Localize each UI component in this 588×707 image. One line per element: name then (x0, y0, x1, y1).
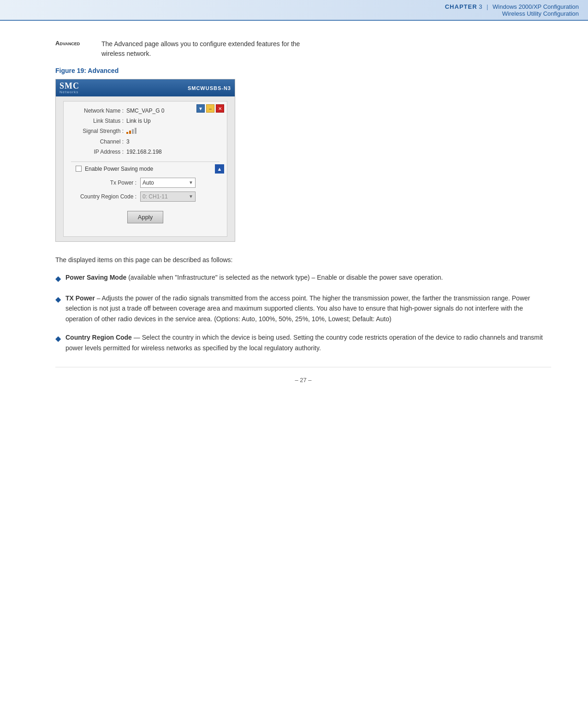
smc-link-status-label: Link Status : (76, 117, 126, 125)
bullet-content-2: TX Power – Adjusts the power of the radi… (65, 293, 551, 324)
smc-country-region-label: Country Region Code : (76, 193, 140, 200)
chapter-heading: Chapter 3 | Windows 2000/XP Configuratio… (445, 3, 579, 10)
chapter-label: Chapter (445, 3, 477, 10)
smc-link-status-value: Link is Up (126, 117, 151, 125)
advanced-label: Advanced (55, 39, 97, 47)
smc-divider (71, 162, 220, 162)
figure-caption: Figure 19: Advanced (55, 67, 551, 74)
smc-country-region-select[interactable]: 0: CH1-11 ▼ (140, 192, 196, 202)
smc-power-saving-checkbox[interactable] (76, 166, 82, 172)
smc-apply-button[interactable]: Apply (127, 211, 164, 223)
smc-tx-power-arrow: ▼ (189, 180, 193, 185)
smc-country-region-value: 0: CH1-11 (143, 193, 168, 200)
bullet-icon-3: ◆ (55, 333, 61, 345)
smc-country-region-row: Country Region Code : 0: CH1-11 ▼ (76, 192, 220, 202)
list-item: ◆ Country Region Code — Select the count… (55, 332, 551, 353)
bullet-content-3: Country Region Code — Select the country… (65, 332, 551, 353)
page-header: Chapter 3 | Windows 2000/XP Configuratio… (0, 0, 588, 21)
smc-channel-value: 3 (126, 138, 130, 146)
smc-minimize-btn[interactable]: – (206, 104, 214, 113)
smc-network-name-value: SMC_VAP_G 0 (126, 107, 164, 115)
smc-signal-strength-label: Signal Strength : (76, 127, 126, 136)
body-text: The displayed items on this page can be … (55, 255, 551, 265)
main-content: Advanced The Advanced page allows you to… (0, 21, 588, 416)
smc-power-saving-label: Enable Power Saving mode (85, 166, 153, 172)
bullet-text-1: (available when "Infrastructure" is sele… (128, 274, 443, 281)
bullet-text-2: – Adjusts the power of the radio signals… (65, 294, 530, 323)
bullet-icon-1: ◆ (55, 273, 61, 285)
smc-logo-text: SMC (59, 82, 79, 90)
smc-titlebar: SMC Networks SMCWUSBS-N3 (56, 79, 235, 96)
list-item: ◆ TX Power – Adjusts the power of the ra… (55, 293, 551, 324)
header-separator: | (487, 3, 488, 10)
smc-ip-address-row: IP Address : 192.168.2.198 (76, 148, 220, 156)
smc-body: ▼ – ✕ Network Name : SMC_VAP_G 0 Link St… (56, 96, 235, 241)
signal-bar-2 (129, 131, 131, 134)
signal-bar-1 (126, 132, 128, 134)
bullet-icon-2: ◆ (55, 294, 61, 306)
section-heading: Advanced The Advanced page allows you to… (55, 39, 551, 59)
smc-signal-strength-value (126, 127, 137, 136)
smc-window: SMC Networks SMCWUSBS-N3 ▼ – ✕ Network N… (55, 79, 235, 242)
smc-signal-bar (126, 127, 137, 134)
smc-tx-power-row: Tx Power : Auto ▼ (76, 178, 220, 188)
page-number: – 27 – (295, 377, 311, 383)
smc-window-controls[interactable]: ▼ – ✕ (196, 104, 224, 113)
bullet-title-1: Power Saving Mode (65, 274, 126, 281)
header-title-line2: Wireless Utility Configuration (445, 10, 579, 17)
smc-ip-address-value: 192.168.2.198 (126, 148, 162, 156)
smc-dropdown-btn[interactable]: ▼ (196, 104, 205, 113)
smc-link-status-row: Link Status : Link is Up (76, 117, 220, 125)
smc-country-region-arrow: ▼ (189, 194, 193, 199)
smc-info-table: Network Name : SMC_VAP_G 0 Link Status :… (71, 107, 220, 156)
chapter-number: 3 (479, 3, 482, 10)
smc-close-btn[interactable]: ✕ (216, 104, 224, 113)
smc-tx-power-label: Tx Power : (76, 180, 140, 186)
bullet-text-3: — Select the country in which the device… (65, 334, 543, 351)
header-title-line1: Windows 2000/XP Configuration (493, 3, 579, 10)
smc-channel-label: Channel : (76, 138, 126, 146)
smc-ip-address-label: IP Address : (76, 148, 126, 156)
section-description: The Advanced page allows you to configur… (101, 39, 300, 59)
smc-power-saving-row[interactable]: Enable Power Saving mode (71, 166, 220, 172)
smc-form-table: Tx Power : Auto ▼ Country Region Code : … (71, 178, 220, 202)
smc-tx-power-value: Auto (143, 180, 154, 186)
smc-logo-sub: Networks (59, 90, 79, 94)
bullet-list: ◆ Power Saving Mode (available when "Inf… (55, 272, 551, 353)
smc-model: SMCWUSBS-N3 (188, 85, 231, 91)
signal-bar-3 (132, 129, 134, 134)
signal-bar-4 (135, 128, 137, 134)
bullet-content-1: Power Saving Mode (available when "Infra… (65, 272, 551, 282)
smc-logo: SMC Networks (59, 82, 79, 94)
smc-signal-strength-row: Signal Strength : (76, 127, 220, 136)
smc-network-name-label: Network Name : (76, 107, 126, 115)
list-item: ◆ Power Saving Mode (available when "Inf… (55, 272, 551, 285)
smc-channel-row: Channel : 3 (76, 138, 220, 146)
bullet-title-2: TX Power (65, 294, 95, 302)
page-footer: – 27 – (55, 367, 551, 397)
smc-inner: ▼ – ✕ Network Name : SMC_VAP_G 0 Link St… (63, 101, 227, 237)
smc-scroll-up-btn[interactable]: ▲ (215, 164, 224, 174)
smc-tx-power-select[interactable]: Auto ▼ (140, 178, 196, 188)
bullet-title-3: Country Region Code (65, 334, 132, 341)
